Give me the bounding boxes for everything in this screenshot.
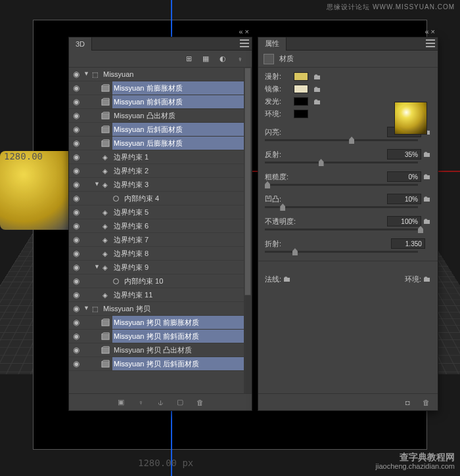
- slider-thumb[interactable]: [265, 181, 270, 188]
- visibility-toggle-icon[interactable]: ◉: [69, 332, 83, 341]
- tree-row[interactable]: ◉Missyuan 前斜面材质: [69, 95, 252, 109]
- visibility-toggle-icon[interactable]: ◉: [69, 304, 83, 313]
- slider-thumb[interactable]: [292, 248, 298, 255]
- visibility-toggle-icon[interactable]: ◉: [69, 111, 83, 120]
- visibility-toggle-icon[interactable]: ◉: [69, 180, 83, 189]
- tree-row[interactable]: ◉◈边界约束 7: [69, 233, 252, 247]
- filter-material-icon[interactable]: ◐: [218, 54, 228, 64]
- specular-swatch[interactable]: [294, 85, 308, 93]
- visibility-toggle-icon[interactable]: ◉: [69, 221, 83, 230]
- tab-properties[interactable]: 属性: [258, 37, 287, 51]
- visibility-toggle-icon[interactable]: ◉: [69, 290, 83, 299]
- tab-3d[interactable]: 3D: [69, 37, 92, 51]
- render-icon[interactable]: ▣: [116, 397, 126, 408]
- texture-folder-icon[interactable]: 🖿: [423, 217, 431, 226]
- visibility-toggle-icon[interactable]: ◉: [69, 152, 83, 162]
- new-mesh-icon[interactable]: ▢: [175, 397, 185, 408]
- panel-flyout-icon[interactable]: « ×: [425, 28, 435, 35]
- tree-row[interactable]: ◉◈边界约束 11: [69, 288, 252, 302]
- delete-icon[interactable]: 🗑: [195, 397, 205, 408]
- tree-row[interactable]: ◉◈边界约束 5: [69, 206, 252, 219]
- tree-row[interactable]: ◉▼⬚Missyuan 拷贝: [69, 302, 252, 316]
- new-camera-icon[interactable]: ⫝: [155, 397, 166, 408]
- tree-scrollbar[interactable]: [244, 68, 252, 393]
- diffuse-swatch[interactable]: [294, 72, 308, 81]
- visibility-toggle-icon[interactable]: ◉: [69, 207, 83, 217]
- normal-texture-icon[interactable]: 🖿: [283, 274, 291, 284]
- visibility-toggle-icon[interactable]: ◉: [69, 194, 83, 203]
- visibility-toggle-icon[interactable]: ◉: [69, 125, 83, 134]
- mesh-preview-3d[interactable]: [0, 151, 79, 230]
- slider-thumb[interactable]: [280, 204, 285, 211]
- slider-value-input[interactable]: 10%: [387, 194, 421, 204]
- visibility-toggle-icon[interactable]: ◉: [69, 263, 83, 272]
- tree-row[interactable]: ◉◈边界约束 6: [69, 219, 252, 233]
- panel-menu-icon[interactable]: [240, 39, 249, 47]
- texture-folder-icon[interactable]: 🖿: [423, 150, 431, 159]
- render-settings-icon[interactable]: ◘: [402, 397, 413, 408]
- visibility-toggle-icon[interactable]: ◉: [69, 276, 83, 286]
- filter-mesh-icon[interactable]: ▦: [200, 54, 211, 64]
- slider-value-input[interactable]: 1.350: [391, 238, 425, 249]
- visibility-toggle-icon[interactable]: ◉: [69, 139, 83, 148]
- slider-track[interactable]: [265, 228, 418, 230]
- delete-icon[interactable]: 🗑: [421, 397, 431, 408]
- tree-row[interactable]: ◉内部约束 10: [69, 274, 252, 288]
- tree-row[interactable]: ◉▼◈边界约束 3: [69, 178, 252, 192]
- tree-row[interactable]: ◉◈边界约束 8: [69, 247, 252, 261]
- new-light-icon[interactable]: ♀: [135, 397, 146, 408]
- tree-row[interactable]: ◉Missyuan 前膨胀材质: [69, 81, 252, 95]
- ambient-swatch[interactable]: [294, 110, 308, 118]
- environment-texture-icon[interactable]: 🖿: [423, 274, 431, 284]
- slider-track[interactable]: [265, 184, 418, 186]
- visibility-toggle-icon[interactable]: ◉: [69, 70, 83, 79]
- tree-row[interactable]: ◉Missyuan 拷贝 前膨胀材质: [69, 316, 252, 330]
- tree-row[interactable]: ◉Missyuan 后斜面材质: [69, 123, 252, 137]
- tree-row[interactable]: ◉Missyuan 后膨胀材质: [69, 137, 252, 150]
- emissive-texture-icon[interactable]: 🖿: [313, 97, 325, 106]
- tree-row[interactable]: ◉◈边界约束 2: [69, 164, 252, 178]
- visibility-toggle-icon[interactable]: ◉: [69, 97, 83, 106]
- tree-row[interactable]: ◉▼◈边界约束 9: [69, 261, 252, 274]
- tree-row[interactable]: ◉Missyuan 拷贝 后斜面材质: [69, 357, 252, 371]
- slider-value-input[interactable]: 100%: [387, 216, 421, 227]
- slider-thumb[interactable]: [349, 137, 354, 144]
- visibility-toggle-icon[interactable]: ◉: [69, 345, 83, 355]
- visibility-toggle-icon[interactable]: ◉: [69, 83, 83, 93]
- scene-tree[interactable]: ◉▼⬚Missyuan◉Missyuan 前膨胀材质◉Missyuan 前斜面材…: [69, 68, 252, 393]
- visibility-toggle-icon[interactable]: ◉: [69, 359, 83, 368]
- tree-row[interactable]: ◉Missyuan 凸出材质: [69, 109, 252, 123]
- disclosure-arrow-icon[interactable]: ▼: [94, 181, 101, 187]
- disclosure-arrow-icon[interactable]: ▼: [83, 305, 90, 311]
- disclosure-arrow-icon[interactable]: ▼: [94, 263, 101, 270]
- texture-folder-icon[interactable]: 🖿: [423, 172, 431, 181]
- slider-thumb[interactable]: [418, 226, 423, 233]
- material-preview[interactable]: [394, 102, 427, 135]
- slider-track[interactable]: [265, 251, 418, 253]
- diffuse-texture-icon[interactable]: 🖿: [313, 72, 325, 81]
- tree-row[interactable]: ◉▼⬚Missyuan: [69, 68, 252, 81]
- slider-value-input[interactable]: 35%: [387, 149, 421, 160]
- panel-menu-icon[interactable]: [426, 39, 435, 47]
- specular-texture-icon[interactable]: 🖿: [313, 85, 325, 94]
- texture-folder-icon[interactable]: 🖿: [423, 194, 431, 204]
- tree-row[interactable]: ◉◈边界约束 1: [69, 150, 252, 164]
- visibility-toggle-icon[interactable]: ◉: [69, 249, 83, 258]
- tree-row[interactable]: ◉内部约束 4: [69, 192, 252, 206]
- visibility-toggle-icon[interactable]: ◉: [69, 166, 83, 175]
- slider-thumb[interactable]: [319, 159, 324, 166]
- tree-row[interactable]: ◉Missyuan 拷贝 凸出材质: [69, 343, 252, 357]
- slider-value-input[interactable]: 0%: [387, 171, 421, 182]
- slider-track[interactable]: [265, 206, 418, 208]
- slider-track[interactable]: [265, 162, 418, 163]
- visibility-toggle-icon[interactable]: ◉: [69, 318, 83, 327]
- emissive-swatch[interactable]: [294, 97, 308, 106]
- panel-flyout-icon[interactable]: « ×: [239, 28, 249, 35]
- material-type-icon[interactable]: [264, 54, 274, 64]
- disclosure-arrow-icon[interactable]: ▼: [83, 70, 90, 77]
- visibility-toggle-icon[interactable]: ◉: [69, 235, 83, 244]
- filter-all-icon[interactable]: ⊞: [183, 54, 194, 64]
- slider-track[interactable]: [265, 139, 418, 141]
- filter-light-icon[interactable]: ♀: [235, 54, 245, 64]
- tree-row[interactable]: ◉Missyuan 拷贝 前斜面材质: [69, 330, 252, 343]
